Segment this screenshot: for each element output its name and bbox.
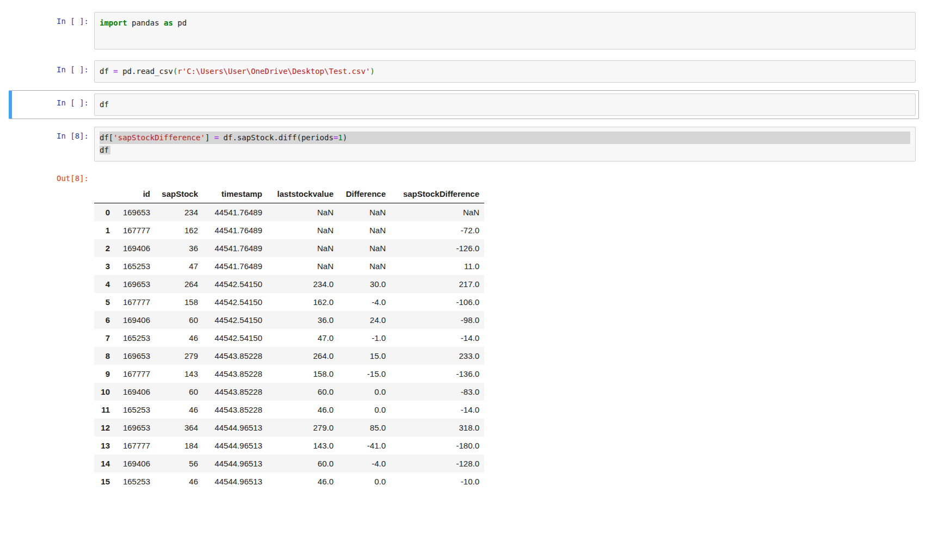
code-cell-import[interactable]: In [ ]: import pandas as pd — [9, 9, 919, 53]
code-editor-import[interactable]: import pandas as pd — [94, 12, 916, 49]
table-cell: 44541.76489 — [203, 203, 267, 222]
table-cell: -4.0 — [338, 293, 391, 311]
code-editor-read-csv[interactable]: df = pd.read_csv(r'C:\Users\User\OneDriv… — [94, 60, 916, 83]
table-cell: 167777 — [115, 437, 155, 455]
table-cell: 56 — [155, 455, 203, 472]
row-index: 8 — [94, 347, 115, 365]
code-token: df — [100, 146, 109, 154]
table-cell: 44542.54150 — [203, 329, 267, 347]
code-token: ) — [370, 67, 374, 76]
code-line: df = pd.read_csv(r'C:\Users\User\OneDriv… — [100, 65, 910, 78]
code-cell-diff[interactable]: In [8]: df['sapStockDifference'] = df.sa… — [9, 123, 919, 165]
table-cell: 46.0 — [267, 472, 338, 490]
table-cell: 158 — [155, 293, 203, 311]
column-header: laststockvalue — [267, 185, 338, 203]
row-index: 10 — [94, 383, 115, 401]
output-content: idsapStocktimestamplaststockvalueDiffere… — [94, 169, 916, 490]
table-cell: 169406 — [115, 383, 155, 401]
table-cell: NaN — [267, 203, 338, 222]
table-cell: 169406 — [115, 311, 155, 329]
code-line: import pandas as pd — [100, 17, 910, 29]
table-cell: 184 — [155, 437, 203, 455]
table-cell: -98.0 — [391, 311, 484, 329]
table-row: 151652534644544.9651346.00.0-10.0 — [94, 472, 484, 490]
code-cell-read-csv[interactable]: In [ ]: df = pd.read_csv(r'C:\Users\User… — [9, 57, 919, 86]
column-header: sapStockDifference — [391, 185, 484, 203]
table-cell: 167777 — [115, 293, 155, 311]
table-cell: NaN — [267, 257, 338, 275]
code-editor-diff[interactable]: df['sapStockDifference'] = df.sapStock.d… — [94, 127, 916, 161]
table-row: 141694065644544.9651360.0-4.0-128.0 — [94, 455, 484, 472]
table-cell: NaN — [391, 203, 484, 222]
table-cell: 169406 — [115, 239, 155, 257]
table-cell: -1.0 — [338, 329, 391, 347]
code-token: pandas — [127, 18, 164, 27]
table-cell: -126.0 — [391, 239, 484, 257]
table-cell: 44544.96513 — [203, 455, 267, 472]
row-index: 15 — [94, 472, 115, 490]
table-cell: 162 — [155, 221, 203, 239]
table-cell: 44541.76489 — [203, 257, 267, 275]
code-token: df — [100, 67, 113, 76]
input-prompt: In [8]: — [15, 127, 94, 161]
table-cell: NaN — [267, 221, 338, 239]
table-cell: 143.0 — [267, 437, 338, 455]
table-cell: 165253 — [115, 401, 155, 419]
table-cell: 85.0 — [338, 419, 391, 437]
dataframe-body: 016965323444541.76489NaNNaNNaN1167777162… — [94, 203, 484, 491]
code-token: = — [214, 133, 219, 142]
code-token: import — [100, 18, 127, 27]
table-cell: 162.0 — [267, 293, 338, 311]
row-index: 9 — [94, 365, 115, 383]
table-row: 1216965336444544.96513279.085.0318.0 — [94, 419, 484, 437]
table-row: 516777715844542.54150162.0-4.0-106.0 — [94, 293, 484, 311]
code-token: pd — [173, 18, 187, 27]
table-cell: 60 — [155, 383, 203, 401]
code-token: 1 — [338, 133, 342, 142]
row-index: 5 — [94, 293, 115, 311]
table-cell: NaN — [338, 203, 391, 222]
table-cell: 44542.54150 — [203, 293, 267, 311]
code-editor-df[interactable]: df — [94, 94, 916, 116]
table-cell: 46 — [155, 472, 203, 490]
table-cell: 60.0 — [267, 383, 338, 401]
table-cell: NaN — [338, 239, 391, 257]
column-header: sapStock — [155, 185, 203, 203]
table-cell: 165253 — [115, 472, 155, 490]
table-cell: 279.0 — [267, 419, 338, 437]
input-prompt: In [ ]: — [15, 60, 94, 83]
table-cell: -14.0 — [391, 329, 484, 347]
table-cell: -41.0 — [338, 437, 391, 455]
code-token: ] — [205, 133, 214, 142]
table-cell: -136.0 — [391, 365, 484, 383]
row-index: 3 — [94, 257, 115, 275]
code-cell-df-selected[interactable]: In [ ]: df — [9, 90, 919, 119]
table-cell: 233.0 — [391, 347, 484, 365]
table-row: 61694066044542.5415036.024.0-98.0 — [94, 311, 484, 329]
table-cell: 264 — [155, 275, 203, 293]
table-cell: 46 — [155, 401, 203, 419]
table-cell: 44543.85228 — [203, 347, 267, 365]
table-cell: NaN — [338, 221, 391, 239]
table-cell: 44544.96513 — [203, 472, 267, 490]
table-cell: 24.0 — [338, 311, 391, 329]
table-row: 1316777718444544.96513143.0-41.0-180.0 — [94, 437, 484, 455]
notebook: In [ ]: import pandas as pd In [ ]: df =… — [0, 0, 926, 490]
table-cell: 165253 — [115, 257, 155, 275]
table-cell: 264.0 — [267, 347, 338, 365]
table-cell: NaN — [338, 257, 391, 275]
row-index: 7 — [94, 329, 115, 347]
table-row: 416965326444542.54150234.030.0217.0 — [94, 275, 484, 293]
table-cell: 46 — [155, 329, 203, 347]
table-cell: 36 — [155, 239, 203, 257]
code-token: r'C:\Users\User\OneDrive\Desktop\Test.cs… — [177, 67, 370, 76]
column-header: id — [115, 185, 155, 203]
table-cell: -180.0 — [391, 437, 484, 455]
table-cell: 279 — [155, 347, 203, 365]
table-cell: 0.0 — [338, 472, 391, 490]
table-row: 21694063644541.76489NaNNaN-126.0 — [94, 239, 484, 257]
table-cell: 30.0 — [338, 275, 391, 293]
output-area: Out[8]: idsapStocktimestamplaststockvalu… — [9, 169, 919, 490]
table-row: 71652534644542.5415047.0-1.0-14.0 — [94, 329, 484, 347]
table-cell: -83.0 — [391, 383, 484, 401]
